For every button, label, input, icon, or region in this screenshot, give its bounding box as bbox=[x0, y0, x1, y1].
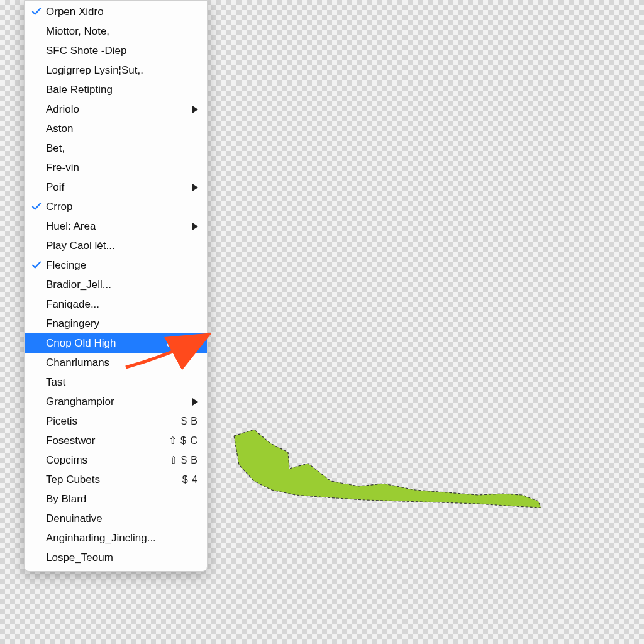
menu-item-26[interactable]: Denuinative bbox=[25, 509, 207, 528]
menu-item-10[interactable]: Crrop bbox=[25, 197, 207, 216]
menu-item-label: Fosestwor bbox=[46, 435, 162, 447]
menu-item-4[interactable]: Bale Retipting bbox=[25, 80, 207, 99]
chevron-right-icon bbox=[192, 223, 198, 230]
chevron-right-icon bbox=[192, 398, 198, 406]
menu-item-label: Lospe_Teoum bbox=[46, 552, 198, 564]
menu-item-12[interactable]: Play Caol lét... bbox=[25, 236, 207, 255]
menu-item-19[interactable]: Tast bbox=[25, 372, 207, 392]
menu-item-7[interactable]: Bet, bbox=[25, 138, 207, 158]
menu-item-label: Tast bbox=[46, 376, 198, 389]
menu-item-label: Miottor, Note, bbox=[46, 25, 198, 38]
menu-item-18[interactable]: Chanrlumans bbox=[25, 353, 207, 372]
menu-item-27[interactable]: Anginhading_Jincling... bbox=[25, 528, 207, 548]
menu-item-label: Adriolo bbox=[46, 103, 186, 116]
chevron-right-icon bbox=[192, 184, 198, 191]
menu-item-label: Fre-vin bbox=[46, 162, 198, 174]
menu-item-label: Denuinative bbox=[46, 513, 198, 525]
menu-item-label: By Blard bbox=[46, 493, 198, 506]
menu-item-label: Play Caol lét... bbox=[46, 240, 198, 252]
menu-item-6[interactable]: Aston bbox=[25, 119, 207, 138]
menu-item-3[interactable]: Logigrrep Lysin¦Sut,. bbox=[25, 60, 207, 80]
menu-item-label: Huel: Area bbox=[46, 220, 186, 233]
check-icon bbox=[31, 259, 42, 270]
menu-item-8[interactable]: Fre-vin bbox=[25, 158, 207, 177]
menu-item-label: Crrop bbox=[46, 201, 198, 213]
menu-item-label: Logigrrep Lysin¦Sut,. bbox=[46, 64, 198, 77]
menu-item-0[interactable]: Orpen Xidro bbox=[25, 2, 207, 21]
menu-item-shortcut: ⇧ $ C bbox=[169, 435, 198, 447]
menu-item-label: SFC Shote -Diep bbox=[46, 45, 198, 57]
menu-item-label: Bet, bbox=[46, 142, 198, 155]
menu-item-13[interactable]: Flecinge bbox=[25, 255, 207, 275]
menu-item-shortcut: $ B bbox=[181, 416, 198, 427]
menu-item-label: Anginhading_Jincling... bbox=[46, 532, 198, 545]
menu-item-5[interactable]: Adriolo bbox=[25, 99, 207, 119]
menu-item-16[interactable]: Fnagingery bbox=[25, 314, 207, 333]
menu-item-9[interactable]: Poif bbox=[25, 177, 207, 197]
check-icon bbox=[31, 6, 42, 17]
menu-item-label: Orpen Xidro bbox=[46, 6, 198, 18]
chevron-right-icon bbox=[192, 106, 198, 113]
menu-item-label: Picetis bbox=[46, 415, 175, 428]
chevron-right-icon bbox=[192, 340, 198, 347]
menu-item-24[interactable]: Tep Cubets$ 4 bbox=[25, 470, 207, 489]
menu-item-label: Fnagingery bbox=[46, 318, 198, 330]
menu-item-label: Copcims bbox=[46, 454, 163, 467]
menu-item-label: Chanrlumans bbox=[46, 357, 198, 369]
menu-item-23[interactable]: Copcims⇧ $ B bbox=[25, 450, 207, 470]
menu-item-28[interactable]: Lospe_Teoum bbox=[25, 548, 207, 567]
menu-item-11[interactable]: Huel: Area bbox=[25, 216, 207, 236]
menu-item-22[interactable]: Fosestwor⇧ $ C bbox=[25, 431, 207, 450]
menu-item-label: Poif bbox=[46, 181, 186, 194]
menu-item-25[interactable]: By Blard bbox=[25, 489, 207, 509]
menu-item-label: Aston bbox=[46, 123, 198, 135]
menu-item-label: Flecinge bbox=[46, 259, 198, 272]
menu-item-shortcut: ⇧ $ B bbox=[169, 454, 198, 466]
menu-item-14[interactable]: Bradior_Jell... bbox=[25, 275, 207, 294]
check-icon bbox=[31, 201, 42, 212]
menu-item-label: Granghampior bbox=[46, 396, 186, 408]
menu-item-20[interactable]: Granghampior bbox=[25, 392, 207, 411]
menu-item-1[interactable]: Miottor, Note, bbox=[25, 21, 207, 41]
menu-item-label: Bradior_Jell... bbox=[46, 279, 198, 291]
menu-item-label: Cnop Old High bbox=[46, 337, 160, 350]
menu-item-15[interactable]: Faniqade... bbox=[25, 294, 207, 314]
menu-item-2[interactable]: SFC Shote -Diep bbox=[25, 41, 207, 60]
dropdown-menu[interactable]: Orpen XidroMiottor, Note,SFC Shote -Diep… bbox=[24, 0, 208, 572]
menu-item-21[interactable]: Picetis$ B bbox=[25, 411, 207, 431]
selection-shape[interactable] bbox=[226, 425, 547, 513]
menu-item-shortcut: $ 4 bbox=[182, 474, 198, 486]
menu-item-shortcut: ⌘ $ bbox=[166, 337, 186, 349]
menu-item-label: Faniqade... bbox=[46, 298, 198, 311]
menu-item-17[interactable]: Cnop Old High⌘ $ bbox=[25, 333, 207, 353]
menu-item-label: Tep Cubets bbox=[46, 474, 176, 486]
menu-item-label: Bale Retipting bbox=[46, 84, 198, 96]
